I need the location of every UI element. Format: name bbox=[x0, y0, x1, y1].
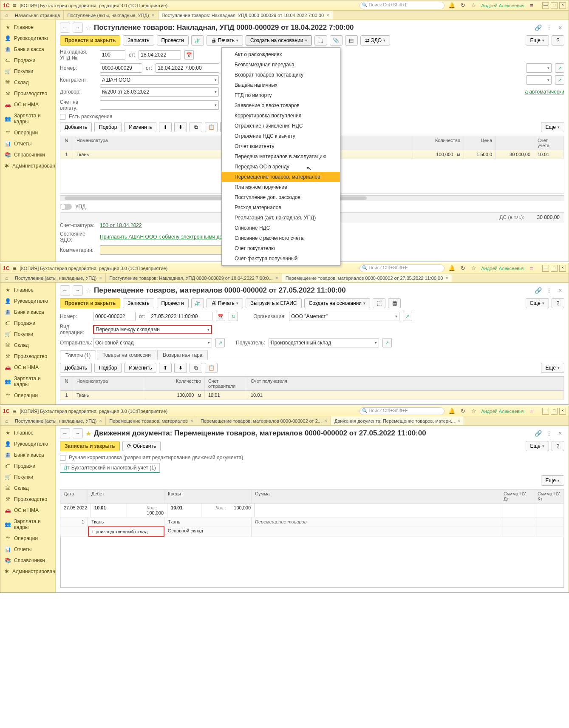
dd-item[interactable]: Счет-фактура полученный bbox=[222, 253, 340, 264]
tab-home-page[interactable]: Начальная страница bbox=[11, 11, 64, 20]
menu-icon[interactable]: ≡ bbox=[528, 265, 535, 271]
dd-item[interactable]: Счет покупателю bbox=[222, 243, 340, 253]
dd-item[interactable]: Расход материалов bbox=[222, 202, 340, 213]
nav-catalogs[interactable]: 📚Справочники bbox=[0, 149, 55, 160]
close-button[interactable]: × bbox=[559, 2, 566, 9]
tab[interactable]: Перемещение товаров, материалов× bbox=[106, 416, 197, 425]
pick-button[interactable]: Подбор bbox=[94, 122, 122, 132]
counterparty-input[interactable]: АШАН ООО▾ bbox=[100, 75, 219, 85]
tab[interactable]: Перемещение товаров, материалов 0000-000… bbox=[197, 416, 331, 425]
movement-row[interactable]: 27.05.2022 10.01 Кол.: 100,000 10.01 Кол… bbox=[60, 503, 564, 518]
dtkt-button[interactable]: Дт bbox=[191, 298, 204, 308]
move-down-icon[interactable]: ⬇ bbox=[174, 363, 187, 373]
paste-icon[interactable]: 📋 bbox=[205, 122, 218, 132]
more-icon[interactable]: ⋮ bbox=[545, 430, 553, 437]
nav-sales[interactable]: 🏷Продажи bbox=[0, 318, 55, 329]
dd-item[interactable]: Отчет комитенту bbox=[222, 141, 340, 151]
nav-purchases[interactable]: 🛒Покупки bbox=[0, 329, 55, 340]
dd-item[interactable]: Корректировка поступления bbox=[222, 111, 340, 121]
dd-item[interactable]: ГТД по импорту bbox=[222, 90, 340, 100]
dd-item[interactable]: Заявление о ввозе товаров bbox=[222, 100, 340, 111]
tab-move-doc[interactable]: Перемещение товаров, материалов 0000-000… bbox=[282, 273, 453, 282]
maximize-button[interactable]: □ bbox=[551, 408, 558, 415]
back-button[interactable]: ← bbox=[60, 23, 70, 33]
nav-warehouse[interactable]: 🏛Склад bbox=[0, 340, 55, 351]
dd-item[interactable]: Акт о расхождениях bbox=[222, 49, 340, 60]
search-input[interactable]: Поиск Ctrl+Shift+F bbox=[360, 407, 444, 415]
dtkt-button[interactable]: Дт bbox=[191, 35, 204, 46]
print-button[interactable]: 🖨 Печать bbox=[207, 35, 243, 46]
nav-salary[interactable]: 👥Зарплата и кадры bbox=[0, 110, 55, 127]
nav-bank[interactable]: 🏦Банк и касса bbox=[0, 307, 55, 318]
invoice-no-input[interactable]: 100 bbox=[100, 50, 125, 60]
datetime-input[interactable]: 18.04.2022 7:00:00 bbox=[156, 63, 219, 73]
table-more-button[interactable]: Еще bbox=[541, 122, 564, 132]
bell-icon[interactable]: 🔔 bbox=[448, 408, 456, 414]
post-button[interactable]: Провести bbox=[157, 298, 189, 308]
close-icon[interactable]: × bbox=[99, 275, 102, 281]
movement-row[interactable]: Производственный склад Основной склад bbox=[60, 526, 564, 537]
bill-input[interactable]: ▾ bbox=[100, 100, 219, 110]
nav-bank[interactable]: 🏦Банк и касса bbox=[0, 44, 55, 55]
close-icon[interactable]: × bbox=[99, 418, 102, 424]
close-icon[interactable]: × bbox=[326, 12, 329, 18]
minimize-button[interactable]: — bbox=[542, 2, 549, 9]
nav-production[interactable]: ⚒Производство bbox=[0, 351, 55, 362]
nav-purchases[interactable]: 🛒Покупки bbox=[0, 66, 55, 77]
search-input[interactable]: Поиск Ctrl+Shift+F bbox=[360, 2, 444, 9]
attach-button[interactable]: 📎 bbox=[330, 35, 343, 46]
nav-assets[interactable]: 🚗ОС и НМА bbox=[0, 505, 55, 516]
close-panel-icon[interactable]: × bbox=[556, 287, 564, 294]
list-button[interactable]: ▤ bbox=[345, 35, 358, 46]
more-icon[interactable]: ⋮ bbox=[545, 24, 553, 31]
edit-row-button[interactable]: Изменить bbox=[124, 122, 156, 132]
more-button[interactable]: Еще bbox=[526, 35, 549, 46]
structure-button[interactable]: ⬚ bbox=[314, 35, 327, 46]
table-row[interactable]: 1 Ткань 100,000 м 10.01 10.01 bbox=[60, 391, 564, 400]
nav-main[interactable]: ★Главное bbox=[0, 284, 55, 296]
sender-input[interactable]: Основной склад▾ bbox=[93, 338, 212, 347]
receiver-input[interactable]: Производственный склад▾ bbox=[269, 338, 379, 347]
nav-admin[interactable]: ✱Администрирование bbox=[0, 160, 55, 171]
forward-button[interactable]: → bbox=[73, 285, 83, 296]
close-icon[interactable]: × bbox=[457, 418, 460, 424]
calendar-icon[interactable]: 📅 bbox=[216, 312, 225, 321]
burger-icon[interactable]: ≡ bbox=[13, 408, 16, 415]
nav-salary[interactable]: 👥Зарплата и кадры bbox=[0, 516, 55, 533]
edo-button[interactable]: ⇄ ЭДО bbox=[360, 35, 391, 46]
home-tab-icon[interactable]: ⌂ bbox=[2, 11, 11, 20]
dd-item[interactable]: Возврат товаров поставщику bbox=[222, 70, 340, 80]
nav-admin[interactable]: ✱Администрирование bbox=[0, 566, 55, 577]
dd-item[interactable]: Списание НДС bbox=[222, 223, 340, 233]
star-icon[interactable]: ☆ bbox=[470, 265, 478, 271]
extra-select[interactable]: ▾ bbox=[526, 63, 552, 73]
subtab-commission[interactable]: Товары на комиссии bbox=[97, 350, 156, 360]
tab-movements[interactable]: Движения документа: Перемещение товаров,… bbox=[331, 416, 464, 425]
nav-warehouse[interactable]: 🏛Склад bbox=[0, 77, 55, 88]
user-name[interactable]: Андрей Алексеевич bbox=[481, 266, 524, 271]
calendar-icon[interactable]: 📅 bbox=[184, 50, 194, 60]
link-icon[interactable]: 🔗 bbox=[534, 287, 542, 294]
nav-manager[interactable]: 👤Руководителю bbox=[0, 438, 55, 449]
close-button[interactable]: × bbox=[559, 265, 566, 272]
operation-type-select[interactable]: Передача между складами▾ bbox=[93, 325, 212, 334]
refresh-button[interactable]: ⟳ Обновить bbox=[122, 441, 161, 451]
dd-item[interactable]: Списание с расчетного счета bbox=[222, 233, 340, 243]
tab[interactable]: Поступление товаров: Накладная, УПД 0000… bbox=[106, 273, 282, 282]
nav-production[interactable]: ⚒Производство bbox=[0, 88, 55, 99]
number-input[interactable]: 0000-000002 bbox=[93, 312, 136, 321]
move-up-icon[interactable]: ⬆ bbox=[159, 122, 172, 132]
upd-toggle[interactable] bbox=[60, 204, 72, 210]
structure-button[interactable]: ⬚ bbox=[373, 298, 385, 308]
subtab-goods[interactable]: Товары (1) bbox=[60, 350, 96, 360]
more-icon[interactable]: ⋮ bbox=[545, 287, 553, 294]
tab-receipt-doc[interactable]: Поступление товаров: Накладная, УПД 0000… bbox=[159, 11, 333, 20]
help-button[interactable]: ? bbox=[552, 298, 564, 308]
burger-icon[interactable]: ≡ bbox=[13, 2, 16, 9]
egais-button[interactable]: Выгрузить в ЕГАИС bbox=[246, 298, 302, 308]
close-icon[interactable]: × bbox=[190, 418, 193, 424]
bell-icon[interactable]: 🔔 bbox=[448, 2, 456, 9]
nav-manager[interactable]: 👤Руководителю bbox=[0, 296, 55, 307]
open-icon[interactable]: ↗ bbox=[555, 75, 564, 85]
star-icon[interactable]: ☆ bbox=[470, 2, 478, 9]
